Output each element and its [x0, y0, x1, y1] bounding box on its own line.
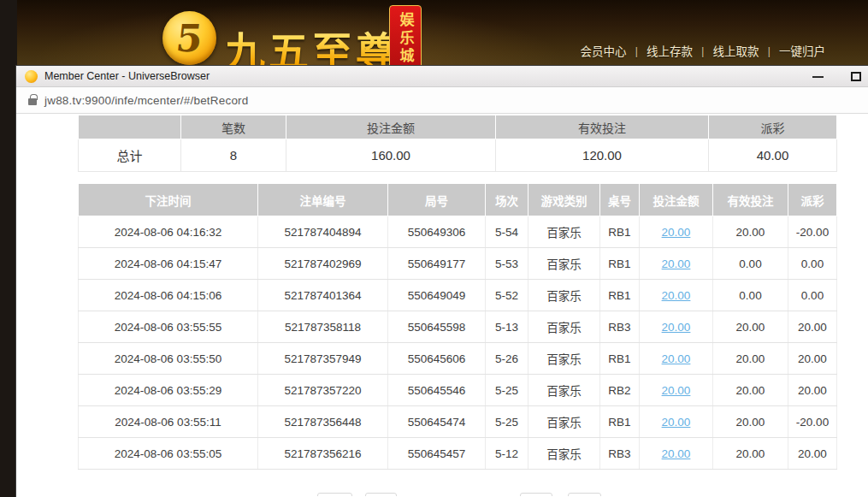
maximize-icon	[851, 72, 861, 81]
cell: 550645606	[388, 343, 486, 375]
cell: 百家乐	[528, 248, 600, 280]
maximize-button[interactable]	[841, 66, 868, 87]
column-header: 游戏类别	[528, 184, 600, 216]
column-header: 有效投注	[713, 184, 788, 216]
cell: 百家乐	[528, 343, 600, 375]
lock-icon	[28, 98, 37, 105]
bet-amount-link[interactable]: 20.00	[662, 321, 691, 334]
pagination-button[interactable]	[317, 493, 352, 496]
cell: 2024-08-06 04:16:32	[79, 216, 258, 248]
cell-bet-amount: 20.00	[640, 438, 713, 470]
cell-bet-amount: 20.00	[640, 216, 713, 248]
cell-bet-amount: 20.00	[640, 343, 713, 375]
cell: 2024-08-06 03:55:29	[79, 375, 258, 406]
coin-logo-icon: 5	[162, 11, 216, 65]
cell: 5-25	[486, 406, 528, 438]
bet-table-body: 2024-08-06 04:16:32521787404894550649306…	[79, 216, 837, 470]
column-header	[79, 115, 181, 139]
cell: 20.00	[713, 375, 788, 406]
nav-link-3[interactable]: 线上取款	[704, 42, 767, 59]
cell: 550649306	[388, 216, 486, 248]
window-titlebar[interactable]: Member Center - UniverseBrowser	[16, 66, 868, 87]
column-header: 注单编号	[258, 184, 388, 216]
bet-records-table: 下注时间注单编号局号场次游戏类别桌号投注金额有效投注派彩 2024-08-06 …	[78, 183, 837, 470]
table-row: 2024-08-06 04:16:32521787404894550649306…	[79, 216, 837, 248]
summary-header-row: 笔数投注金额有效投注派彩	[79, 115, 837, 139]
table-row: 2024-08-06 03:55:05521787356216550645457…	[79, 438, 837, 470]
cell: 550645598	[388, 311, 486, 343]
bet-amount-link[interactable]: 20.00	[662, 289, 691, 302]
cell-bet-amount: 20.00	[640, 311, 713, 343]
cell: RB2	[600, 375, 640, 406]
cell: 521787356216	[258, 438, 388, 470]
minimize-icon	[812, 76, 824, 78]
pagination-button[interactable]	[520, 493, 552, 496]
summary-total-row: 总计 8 160.00 120.00 40.00	[79, 139, 837, 172]
table-row: 2024-08-06 03:55:11521787356448550645474…	[79, 406, 837, 438]
bet-amount-link[interactable]: 20.00	[662, 416, 691, 429]
cell: 5-13	[486, 311, 528, 343]
cell: 521787358118	[258, 311, 388, 343]
cell: 2024-08-06 04:15:06	[79, 280, 258, 311]
cell: 5-53	[486, 248, 528, 280]
cell: 百家乐	[528, 375, 600, 406]
column-header: 投注金额	[640, 184, 713, 216]
cell: RB3	[600, 438, 640, 470]
column-header: 笔数	[181, 115, 286, 139]
window-title: Member Center - UniverseBrowser	[44, 70, 210, 82]
cell: 521787357220	[258, 375, 388, 406]
table-row: 2024-08-06 03:55:50521787357949550645606…	[79, 343, 837, 375]
nav-link-4[interactable]: 一键归户	[771, 42, 834, 59]
pagination-button[interactable]	[365, 493, 397, 496]
cell: 百家乐	[528, 406, 600, 438]
cell: RB1	[600, 248, 640, 280]
cell: 550645474	[388, 406, 486, 438]
summary-table: 笔数投注金额有效投注派彩 总计 8 160.00 120.00 40.00	[78, 115, 837, 172]
top-nav: 会员中心|线上存款|线上取款|一键归户	[571, 42, 834, 59]
bet-amount-link[interactable]: 20.00	[662, 352, 691, 365]
cell: 20.00	[788, 311, 837, 343]
cell: 550645546	[388, 375, 486, 406]
cell: 2024-08-06 04:15:47	[79, 248, 258, 280]
cell: RB1	[600, 216, 640, 248]
bet-amount-link[interactable]: 20.00	[662, 226, 691, 239]
bet-amount-link[interactable]: 20.00	[662, 257, 691, 270]
cell: 0.00	[788, 248, 837, 280]
cell: 521787402969	[258, 248, 388, 280]
coin-glyph: 5	[174, 20, 204, 57]
cell: 550645457	[388, 438, 486, 470]
column-header: 有效投注	[496, 115, 709, 139]
cell: 百家乐	[528, 280, 600, 311]
column-header: 下注时间	[79, 184, 258, 216]
bet-amount-link[interactable]: 20.00	[662, 384, 691, 397]
summary-count: 8	[181, 139, 286, 172]
favicon-icon	[25, 70, 38, 83]
cell: 20.00	[788, 438, 837, 470]
cell: 20.00	[713, 406, 788, 438]
cell: 百家乐	[528, 438, 600, 470]
bet-amount-link[interactable]: 20.00	[662, 447, 691, 460]
column-header: 桌号	[600, 184, 640, 216]
pagination-button[interactable]	[568, 493, 601, 496]
page-content: 笔数投注金额有效投注派彩 总计 8 160.00 120.00 40.00 下注…	[16, 114, 868, 496]
cell: 521787404894	[258, 216, 388, 248]
column-header: 场次	[486, 184, 528, 216]
cell: 5-54	[486, 216, 528, 248]
cell: 521787401364	[258, 280, 388, 311]
nav-link-2[interactable]: 线上存款	[638, 42, 701, 59]
cell-bet-amount: 20.00	[640, 406, 713, 438]
summary-valid-bet: 120.00	[496, 139, 709, 172]
table-row: 2024-08-06 04:15:06521787401364550649049…	[79, 280, 837, 311]
summary-label: 总计	[79, 139, 181, 172]
cell: RB1	[600, 343, 640, 375]
minimize-button[interactable]	[803, 66, 832, 87]
cell: 5-52	[486, 280, 528, 311]
nav-link-1[interactable]: 会员中心	[571, 42, 635, 59]
cell: 20.00	[713, 343, 788, 375]
cell: 20.00	[788, 343, 837, 375]
url-text: jw88.tv:9900/infe/mcenter/#/betRecord	[44, 94, 249, 107]
cell: RB1	[600, 280, 640, 311]
cell-bet-amount: 20.00	[640, 375, 713, 406]
address-bar[interactable]: jw88.tv:9900/infe/mcenter/#/betRecord	[16, 87, 868, 114]
cell: 0.00	[713, 248, 788, 280]
